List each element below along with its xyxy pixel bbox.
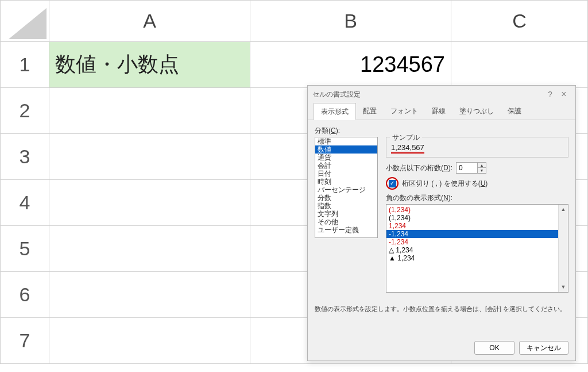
spinner-down-icon[interactable]: ▼ bbox=[478, 168, 486, 173]
cell-a4[interactable] bbox=[49, 180, 250, 226]
cell-a3[interactable] bbox=[49, 134, 250, 180]
cancel-button[interactable]: キャンセル bbox=[519, 341, 568, 355]
cell-a2[interactable] bbox=[49, 88, 250, 134]
column-header-b[interactable]: B bbox=[250, 1, 451, 42]
category-item-scientific[interactable]: 指数 bbox=[315, 202, 377, 210]
column-header-a[interactable]: A bbox=[49, 1, 250, 42]
row-header-7[interactable]: 7 bbox=[1, 318, 49, 364]
row-header-1[interactable]: 1 bbox=[1, 42, 49, 88]
tab-fill[interactable]: 塗りつぶし bbox=[452, 103, 501, 120]
category-item-currency[interactable]: 通貨 bbox=[315, 154, 377, 162]
dialog-title: セルの書式設定 bbox=[312, 90, 543, 99]
category-label: 分類(C): bbox=[315, 126, 568, 136]
scroll-up-icon[interactable]: ▲ bbox=[559, 205, 568, 214]
help-text: 数値の表示形式を設定します。小数点位置を揃える場合は、[会計] を選択してくださ… bbox=[315, 304, 568, 314]
select-all-corner[interactable] bbox=[1, 1, 49, 42]
row-header-2[interactable]: 2 bbox=[1, 88, 49, 134]
cell-c1[interactable] bbox=[451, 42, 588, 88]
tab-border[interactable]: 罫線 bbox=[425, 103, 452, 120]
negative-format-item[interactable]: (1,234) bbox=[389, 206, 566, 214]
thousands-separator-label: 桁区切り ( , ) を使用する(U) bbox=[402, 179, 488, 189]
cell-a5[interactable] bbox=[49, 226, 250, 272]
ok-button[interactable]: OK bbox=[474, 341, 514, 355]
negative-format-item[interactable]: 1,234 bbox=[389, 222, 566, 230]
row-header-5[interactable]: 5 bbox=[1, 226, 49, 272]
format-cells-dialog: セルの書式設定 ? × 表示形式 配置 フォント 罫線 塗りつぶし 保護 分類(… bbox=[307, 85, 576, 361]
tab-number-format[interactable]: 表示形式 bbox=[314, 103, 356, 120]
negative-format-item[interactable]: ▲ 1,234 bbox=[389, 254, 566, 262]
category-item-text[interactable]: 文字列 bbox=[315, 210, 377, 218]
help-icon[interactable]: ? bbox=[543, 87, 557, 101]
thousands-separator-checkbox[interactable] bbox=[389, 180, 396, 187]
dialog-titlebar[interactable]: セルの書式設定 ? × bbox=[308, 86, 575, 103]
annotation-circle-icon bbox=[386, 177, 399, 190]
category-item-time[interactable]: 時刻 bbox=[315, 178, 377, 186]
category-item-date[interactable]: 日付 bbox=[315, 170, 377, 178]
category-list[interactable]: 標準 数値 通貨 会計 日付 時刻 パーセンテージ 分数 指数 文字列 その他 … bbox=[315, 137, 378, 238]
negative-format-item[interactable]: -1,234 bbox=[389, 238, 566, 246]
tab-protection[interactable]: 保護 bbox=[501, 103, 528, 120]
cell-a7[interactable] bbox=[49, 318, 250, 364]
row-header-4[interactable]: 4 bbox=[1, 180, 49, 226]
category-item-standard[interactable]: 標準 bbox=[315, 137, 377, 145]
decimal-places-spinner[interactable]: ▲ ▼ bbox=[456, 162, 486, 174]
row-header-3[interactable]: 3 bbox=[1, 134, 49, 180]
sample-value: 1,234,567 bbox=[391, 143, 424, 154]
category-item-percentage[interactable]: パーセンテージ bbox=[315, 186, 377, 194]
cell-a1[interactable]: 数値・小数点 bbox=[49, 42, 250, 88]
decimal-places-input[interactable] bbox=[456, 162, 478, 174]
scroll-down-icon[interactable]: ▼ bbox=[559, 282, 568, 292]
category-item-accounting[interactable]: 会計 bbox=[315, 162, 377, 170]
category-item-custom[interactable]: ユーザー定義 bbox=[315, 226, 377, 234]
spinner-up-icon[interactable]: ▲ bbox=[478, 163, 486, 168]
negative-format-list[interactable]: (1,234) (1,234) 1,234 -1,234 -1,234 △ 1,… bbox=[386, 204, 568, 293]
close-icon[interactable]: × bbox=[557, 87, 571, 101]
tab-alignment[interactable]: 配置 bbox=[356, 103, 384, 120]
dialog-tabs: 表示形式 配置 フォント 罫線 塗りつぶし 保護 bbox=[308, 103, 575, 120]
tab-font[interactable]: フォント bbox=[384, 103, 425, 120]
category-item-number[interactable]: 数値 bbox=[315, 145, 377, 154]
negative-format-label: 負の数の表示形式(N): bbox=[386, 193, 568, 203]
column-header-c[interactable]: C bbox=[451, 1, 588, 42]
scrollbar[interactable]: ▲ ▼ bbox=[558, 205, 568, 292]
category-item-fraction[interactable]: 分数 bbox=[315, 194, 377, 202]
negative-format-item-selected[interactable]: -1,234 bbox=[386, 230, 568, 238]
decimal-places-label: 小数点以下の桁数(D): bbox=[386, 163, 452, 173]
negative-format-item[interactable]: (1,234) bbox=[389, 214, 566, 222]
category-item-special[interactable]: その他 bbox=[315, 218, 377, 226]
cell-b1[interactable]: 1234567 bbox=[250, 42, 451, 88]
row-header-6[interactable]: 6 bbox=[1, 272, 49, 318]
cell-a6[interactable] bbox=[49, 272, 250, 318]
sample-label: サンプル bbox=[390, 133, 422, 143]
sample-box: サンプル 1,234,567 bbox=[386, 137, 568, 158]
negative-format-item[interactable]: △ 1,234 bbox=[389, 246, 566, 254]
